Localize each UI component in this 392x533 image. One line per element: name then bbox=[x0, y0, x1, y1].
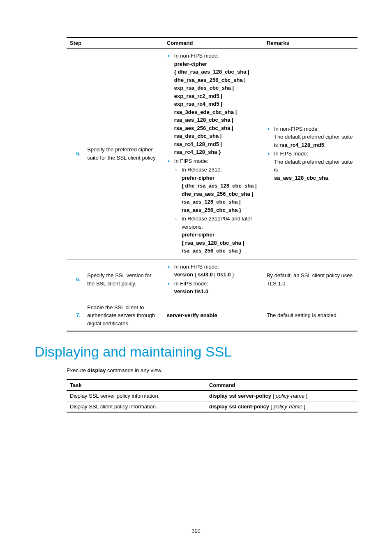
table-row: 5. Specify the preferred cipher suite fo… bbox=[67, 49, 357, 260]
step-description: Specify the preferred cipher suite for t… bbox=[84, 49, 164, 260]
section-heading: Displaying and maintaining SSL bbox=[35, 344, 357, 360]
step-number: 7. bbox=[67, 300, 84, 331]
table-row: 6. Specify the SSL version for the SSL c… bbox=[67, 259, 357, 300]
step-remarks: In non-FIPS mode: The default preferred … bbox=[263, 49, 357, 260]
display-commands-table: Task Command Display SSL server policy i… bbox=[67, 379, 357, 412]
intro-text: Execute display commands in any view. bbox=[67, 367, 357, 373]
step-description: Enable the SSL client to authenticate se… bbox=[84, 300, 164, 331]
col-command: Command bbox=[206, 380, 357, 391]
step-remarks: The default setting is enabled. bbox=[263, 300, 357, 331]
col-command: Command bbox=[164, 37, 263, 49]
task-command: display ssl server-policy [ policy-name … bbox=[206, 391, 357, 401]
table-row: Display SSL server policy information. d… bbox=[67, 391, 357, 401]
step-remarks: By default, an SSL client policy uses TL… bbox=[263, 259, 357, 300]
step-description: Specify the SSL version for the SSL clie… bbox=[84, 259, 164, 300]
step-command: In non-FIPS mode: prefer-cipher { dhe_rs… bbox=[164, 49, 263, 260]
ssl-steps-table: Step Command Remarks 5. Specify the pref… bbox=[67, 37, 357, 331]
col-step: Step bbox=[67, 37, 164, 49]
step-number: 5. bbox=[67, 49, 84, 260]
page-number: 310 bbox=[35, 528, 357, 533]
step-command: In non-FIPS mode: version { ssl3.0 | tls… bbox=[164, 259, 263, 300]
step-number: 6. bbox=[67, 259, 84, 300]
table-row: Display SSL client policy information. d… bbox=[67, 401, 357, 412]
step-command: server-verify enable bbox=[164, 300, 263, 331]
task-desc: Display SSL server policy information. bbox=[67, 391, 206, 401]
col-remarks: Remarks bbox=[263, 37, 357, 49]
task-desc: Display SSL client policy information. bbox=[67, 401, 206, 412]
col-task: Task bbox=[67, 380, 206, 391]
table-row: 7. Enable the SSL client to authenticate… bbox=[67, 300, 357, 331]
task-command: display ssl client-policy [ policy-name … bbox=[206, 401, 357, 412]
